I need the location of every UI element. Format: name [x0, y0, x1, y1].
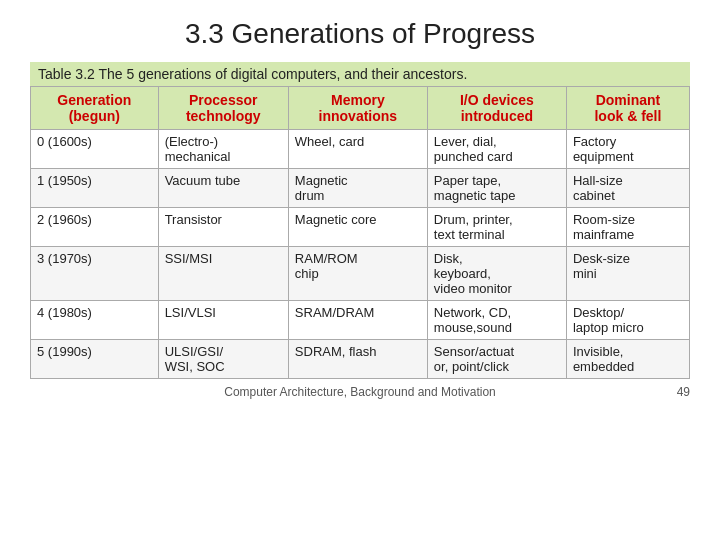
- table-row: 0 (1600s)(Electro-)mechanicalWheel, card…: [31, 130, 690, 169]
- cell-4-generation: 4 (1980s): [31, 301, 159, 340]
- cell-3-memory: RAM/ROMchip: [288, 247, 427, 301]
- footer-center: Computer Architecture, Background and Mo…: [60, 385, 660, 399]
- col-header-generation: Generation(begun): [31, 87, 159, 130]
- page: 3.3 Generations of Progress Table 3.2 Th…: [0, 0, 720, 540]
- cell-4-processor: LSI/VLSI: [158, 301, 288, 340]
- cell-5-dominant: Invisible,embedded: [566, 340, 689, 379]
- col-header-io: I/O devicesintroduced: [427, 87, 566, 130]
- table-header-row: Generation(begun) Processortechnology Me…: [31, 87, 690, 130]
- cell-5-generation: 5 (1990s): [31, 340, 159, 379]
- col-header-memory: Memoryinnovations: [288, 87, 427, 130]
- cell-0-io: Lever, dial,punched card: [427, 130, 566, 169]
- cell-2-io: Drum, printer,text terminal: [427, 208, 566, 247]
- cell-3-dominant: Desk-sizemini: [566, 247, 689, 301]
- cell-2-generation: 2 (1960s): [31, 208, 159, 247]
- table-row: 1 (1950s)Vacuum tubeMagneticdrumPaper ta…: [31, 169, 690, 208]
- col-header-dominant: Dominantlook & fell: [566, 87, 689, 130]
- cell-5-io: Sensor/actuator, point/click: [427, 340, 566, 379]
- table-row: 2 (1960s)TransistorMagnetic coreDrum, pr…: [31, 208, 690, 247]
- page-title: 3.3 Generations of Progress: [30, 18, 690, 50]
- cell-3-io: Disk,keyboard,video monitor: [427, 247, 566, 301]
- cell-1-processor: Vacuum tube: [158, 169, 288, 208]
- cell-5-memory: SDRAM, flash: [288, 340, 427, 379]
- cell-2-memory: Magnetic core: [288, 208, 427, 247]
- cell-1-memory: Magneticdrum: [288, 169, 427, 208]
- footer-left: [30, 385, 60, 399]
- cell-2-processor: Transistor: [158, 208, 288, 247]
- cell-1-io: Paper tape,magnetic tape: [427, 169, 566, 208]
- col-header-processor: Processortechnology: [158, 87, 288, 130]
- cell-0-memory: Wheel, card: [288, 130, 427, 169]
- cell-4-dominant: Desktop/laptop micro: [566, 301, 689, 340]
- footer: Computer Architecture, Background and Mo…: [30, 385, 690, 399]
- cell-3-processor: SSI/MSI: [158, 247, 288, 301]
- cell-4-io: Network, CD,mouse,sound: [427, 301, 566, 340]
- footer-page: 49: [660, 385, 690, 399]
- cell-0-processor: (Electro-)mechanical: [158, 130, 288, 169]
- cell-1-generation: 1 (1950s): [31, 169, 159, 208]
- cell-0-dominant: Factoryequipment: [566, 130, 689, 169]
- table-row: 3 (1970s)SSI/MSIRAM/ROMchipDisk,keyboard…: [31, 247, 690, 301]
- cell-5-processor: ULSI/GSI/WSI, SOC: [158, 340, 288, 379]
- generations-table: Generation(begun) Processortechnology Me…: [30, 86, 690, 379]
- cell-1-dominant: Hall-sizecabinet: [566, 169, 689, 208]
- table-row: 5 (1990s)ULSI/GSI/WSI, SOCSDRAM, flashSe…: [31, 340, 690, 379]
- cell-0-generation: 0 (1600s): [31, 130, 159, 169]
- cell-2-dominant: Room-sizemainframe: [566, 208, 689, 247]
- cell-4-memory: SRAM/DRAM: [288, 301, 427, 340]
- table-caption: Table 3.2 The 5 generations of digital c…: [30, 62, 690, 86]
- table-row: 4 (1980s)LSI/VLSISRAM/DRAMNetwork, CD,mo…: [31, 301, 690, 340]
- cell-3-generation: 3 (1970s): [31, 247, 159, 301]
